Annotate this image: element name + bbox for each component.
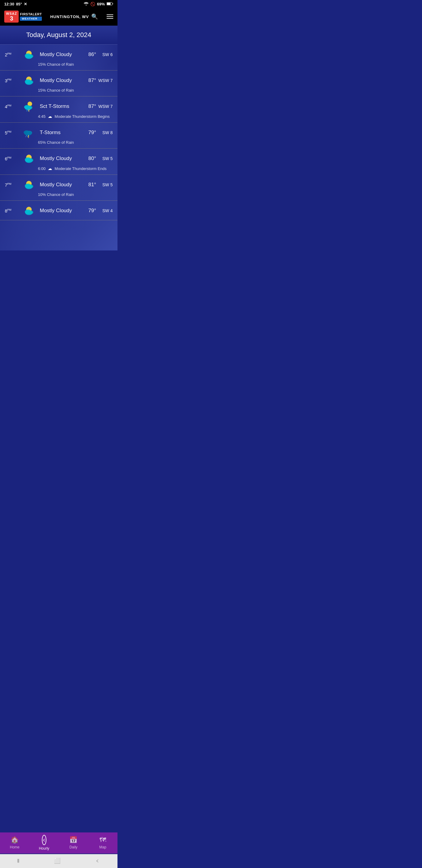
sub-time-6pm: 6:00 [38, 166, 45, 171]
signal-icon: 🚫 [90, 2, 95, 6]
sub-text-4pm: Moderate Thunderstorm Begins [55, 114, 110, 119]
temp-3pm: 87° [81, 78, 96, 84]
weather-row-3pm: 3PM Mostly Cloudy 87° WSW 7 15% Chance o… [0, 70, 118, 96]
condition-2pm: Mostly Cloudy [38, 52, 81, 58]
hamburger-line-1 [107, 14, 113, 15]
menu-button[interactable] [107, 14, 113, 19]
logo-box: WSAZ 3 [4, 10, 19, 23]
temp-4pm: 87° [81, 103, 96, 110]
svg-line-21 [26, 135, 27, 137]
location-display: HUNTINGTON, WV 🔍 [50, 13, 98, 20]
wind-4pm: WSW 7 [96, 104, 112, 109]
status-time: 12:30 [4, 2, 14, 6]
status-bar: 12:30 85° ✕ 🚫 69% [0, 0, 118, 8]
weather-row-main: 4PM Sct T-Storms 87° WSW 7 [5, 101, 112, 112]
weather-row-main: 6PM Mostly Cloudy 80° SW 5 [5, 153, 112, 164]
svg-point-20 [24, 131, 32, 135]
status-x-icon: ✕ [24, 2, 27, 6]
condition-4pm: Sct T-Storms [38, 103, 81, 110]
temp-5pm: 79° [81, 130, 96, 135]
time-3pm: 3PM [5, 78, 20, 83]
sub-icon-4pm: ☁ [48, 114, 52, 119]
wind-3pm: WSW 7 [96, 78, 112, 83]
wind-5pm: SW 8 [96, 130, 112, 135]
weather-row-main: 3PM Mostly Cloudy 87° WSW 7 [5, 75, 112, 86]
sub-time-4pm: 4:45 [38, 114, 45, 119]
sub-7pm: 10% Chance of Rain [5, 192, 112, 197]
hamburger-line-2 [107, 16, 113, 17]
logo-weather: WEATHER [20, 17, 42, 21]
hourly-forecast: 2PM Mostly Cloudy 86° SW 6 15% Chance of… [0, 44, 118, 250]
weather-row-5pm: 5PM T-Storms 79° SW 8 65% Chance of Rain [0, 123, 118, 149]
temp-2pm: 86° [81, 52, 96, 58]
weather-row-6pm: 6PM Mostly Cloudy 80° SW 5 6:00 ☁ Modera… [0, 149, 118, 175]
svg-point-10 [25, 80, 33, 85]
temp-6pm: 80° [81, 156, 96, 161]
svg-point-35 [25, 210, 33, 215]
condition-5pm: T-Storms [38, 130, 81, 135]
status-right: 🚫 69% [84, 2, 113, 6]
condition-6pm: Mostly Cloudy [38, 156, 81, 161]
condition-7pm: Mostly Cloudy [38, 182, 81, 188]
sub-text-7pm: 10% Chance of Rain [38, 192, 74, 197]
weather-row-main: 8PM Mostly Cloudy 79° SW 4 [5, 205, 112, 216]
bottom-spacer [0, 220, 118, 250]
sub-icon-6pm: ☁ [48, 166, 52, 171]
svg-point-27 [25, 158, 33, 163]
sub-3pm: 15% Chance of Rain [5, 88, 112, 93]
wind-7pm: SW 5 [96, 182, 112, 187]
battery-text: 69% [97, 2, 105, 6]
location-text: HUNTINGTON, WV [50, 14, 89, 19]
icon-5pm [20, 127, 38, 138]
wind-8pm: SW 4 [96, 208, 112, 213]
svg-rect-2 [107, 3, 110, 5]
icon-2pm [20, 49, 38, 60]
icon-6pm [20, 153, 38, 164]
sub-2pm: 15% Chance of Rain [5, 62, 112, 67]
sub-6pm: 6:00 ☁ Moderate Thunderstorm Ends [5, 166, 112, 171]
battery-icon [107, 2, 113, 6]
icon-3pm [20, 75, 38, 86]
weather-row-main: 2PM Mostly Cloudy 86° SW 6 [5, 49, 112, 60]
svg-point-0 [86, 5, 87, 6]
date-banner: Today, August 2, 2024 [0, 26, 118, 44]
svg-point-31 [25, 184, 33, 189]
temp-7pm: 81° [81, 182, 96, 188]
status-left: 12:30 85° ✕ [4, 2, 27, 6]
time-6pm: 6PM [5, 156, 20, 161]
svg-point-14 [25, 106, 32, 110]
date-text: Today, August 2, 2024 [26, 31, 91, 38]
time-8pm: 8PM [5, 208, 20, 213]
sub-text-3pm: 15% Chance of Rain [38, 88, 74, 93]
logo-text: FIRSTALERT WEATHER [20, 12, 42, 21]
sub-text-2pm: 15% Chance of Rain [38, 62, 74, 67]
icon-8pm [20, 205, 38, 216]
app-header: WSAZ 3 FIRSTALERT WEATHER HUNTINGTON, WV… [0, 8, 118, 26]
logo-first-alert: FIRSTALERT [20, 12, 42, 16]
wind-2pm: SW 6 [96, 52, 112, 57]
wifi-icon [84, 2, 89, 6]
sub-text-5pm: 65% Chance of Rain [38, 140, 74, 145]
status-temp: 85° [16, 2, 22, 6]
time-7pm: 7PM [5, 182, 20, 187]
sub-5pm: 65% Chance of Rain [5, 140, 112, 145]
search-icon[interactable]: 🔍 [91, 13, 98, 20]
sub-4pm: 4:45 ☁ Moderate Thunderstorm Begins [5, 114, 112, 119]
icon-7pm [20, 179, 38, 190]
time-2pm: 2PM [5, 52, 20, 57]
time-5pm: 5PM [5, 130, 20, 135]
logo-num: 3 [10, 16, 13, 22]
temp-8pm: 79° [81, 208, 96, 214]
svg-point-6 [25, 54, 33, 59]
icon-4pm [20, 101, 38, 112]
weather-row-2pm: 2PM Mostly Cloudy 86° SW 6 15% Chance of… [0, 44, 118, 70]
weather-row-4pm: 4PM Sct T-Storms 87° WSW 7 4:45 ☁ Modera… [0, 96, 118, 123]
logo: WSAZ 3 FIRSTALERT WEATHER [4, 10, 42, 23]
weather-row-main: 7PM Mostly Cloudy 81° SW 5 [5, 179, 112, 190]
wind-6pm: SW 5 [96, 156, 112, 161]
sub-text-6pm: Moderate Thunderstorm Ends [55, 166, 106, 171]
condition-8pm: Mostly Cloudy [38, 208, 81, 214]
time-4pm: 4PM [5, 104, 20, 109]
weather-row-main: 5PM T-Storms 79° SW 8 [5, 127, 112, 138]
condition-3pm: Mostly Cloudy [38, 78, 81, 84]
